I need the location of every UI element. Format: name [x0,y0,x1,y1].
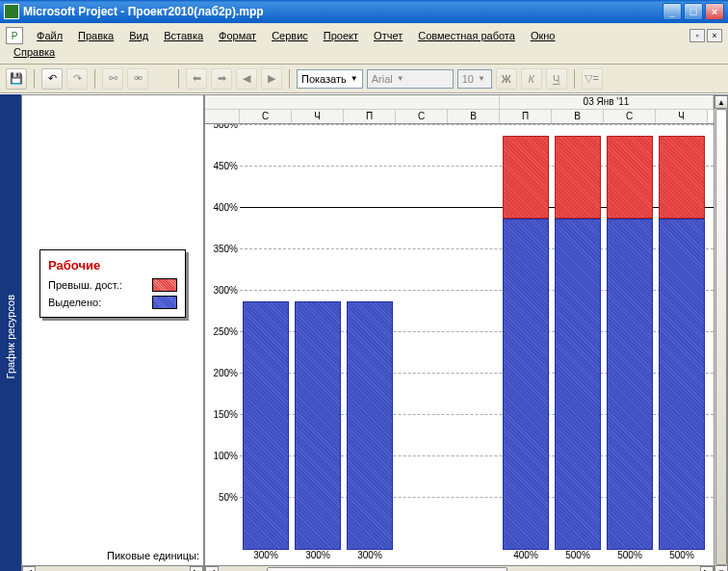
chevron-down-icon: ▼ [397,74,404,83]
app-icon [4,4,19,19]
bar-allocated [555,219,601,550]
peak-value: 300% [292,550,344,560]
disk-icon: 💾 [10,72,23,85]
indent-icon: ▶ [268,72,275,85]
bar-allocated [503,219,549,550]
scroll-left-button[interactable]: ◀ [205,566,219,572]
y-tick: 500% [213,124,238,130]
menu-project[interactable]: Проект [316,28,366,43]
bar-allocated [243,301,289,550]
legend-swatch-blue [152,296,177,309]
maximize-button[interactable]: □ [684,3,703,20]
redo-button[interactable]: ↷ [66,68,88,90]
sidebar-label: График ресурсов [5,295,16,378]
bar-allocated [347,301,393,550]
scroll-up-button[interactable]: ▲ [715,95,728,109]
scroll-thumb-v[interactable] [715,109,727,565]
undo-button[interactable]: ↶ [41,68,63,90]
chart-hscroll[interactable]: ◀ ▶ [205,565,714,571]
menu-window[interactable]: Окно [523,28,563,43]
menu-edit[interactable]: Правка [70,28,121,43]
show-dropdown[interactable]: Показать ▼ [297,69,363,89]
menu-service[interactable]: Сервис [264,28,316,43]
unlink-icon: ⚮ [134,72,143,85]
scroll-down-button[interactable]: ▼ [715,565,728,571]
day-header: П [500,110,552,123]
show-label: Показать [301,73,347,85]
window-title: Microsoft Project - Проект2010(лаб2р).mp… [23,5,663,18]
scroll-thumb[interactable] [267,567,507,572]
bold-button[interactable]: Ж [496,68,517,90]
peak-value: 300% [240,550,292,560]
toolbar: 💾 ↶ ↷ ⚯ ⚮ ⬅ ➡ ◀ ▶ Показать ▼ Arial ▼ 10 … [0,65,728,93]
menu-format[interactable]: Формат [211,28,264,43]
bar-allocated [659,219,705,550]
italic-button[interactable]: К [521,68,542,90]
legend-panel: Рабочие Превыш. дост.: Выделено: Пиковые… [22,95,205,571]
y-tick: 350% [213,244,238,254]
y-tick: 450% [213,161,238,171]
peak-value: 400% [500,550,552,560]
legend-over-label: Превыш. дост.: [48,279,122,291]
day-header: Ч [292,110,344,123]
save-button[interactable]: 💾 [6,68,27,90]
legend-box: Рабочие Превыш. дост.: Выделено: [39,249,186,318]
menu-insert[interactable]: Вставка [156,28,211,43]
y-tick: 300% [213,285,238,296]
link-button: ⚯ [102,68,123,90]
scroll-right-button[interactable]: ▶ [190,566,203,572]
doc-restore-button[interactable]: ▫ [689,29,705,42]
y-tick: 150% [213,409,238,420]
doc-close-button[interactable]: × [707,29,722,42]
link-icon: ⚯ [109,72,117,85]
menu-report[interactable]: Отчет [366,28,410,43]
menubar: P Файл Правка Вид Вставка Формат Сервис … [0,23,728,65]
bar-overallocated [503,136,549,219]
day-header: В [552,110,604,123]
peak-value: 300% [344,550,396,560]
day-header: С [396,110,448,123]
indent-button: ▶ [261,68,282,90]
outdent-button: ◀ [236,68,257,90]
chart-panel: 03 Янв '11 СЧПСВПВСЧ 50%100%150%200%250%… [205,95,714,571]
project-icon[interactable]: P [6,27,23,44]
date-header: 03 Янв '11 [500,95,714,109]
undo-icon: ↶ [48,72,57,85]
bar-allocated [295,301,341,550]
chevron-down-icon: ▼ [478,74,485,83]
bar-overallocated [659,136,705,219]
menu-view[interactable]: Вид [121,28,156,43]
day-header: С [240,110,292,123]
legend-title: Рабочие [48,258,177,273]
unlink-button: ⚮ [127,68,148,90]
peak-label: Пиковые единицы: [107,550,199,561]
y-tick: 50% [219,492,238,503]
font-size-dropdown[interactable]: 10 ▼ [457,69,492,89]
legend-alloc-label: Выделено: [48,297,101,308]
titlebar[interactable]: Microsoft Project - Проект2010(лаб2р).mp… [0,0,728,23]
day-header: П [344,110,396,123]
outdent-icon: ◀ [243,72,250,85]
minimize-button[interactable]: _ [663,3,682,20]
filter-button[interactable]: ▽= [582,68,603,90]
day-header: С [604,110,656,123]
arrow-left-icon: ⬅ [193,72,201,85]
sidebar[interactable]: График ресурсов [0,94,21,571]
y-tick: 200% [213,368,238,378]
font-name-dropdown[interactable]: Arial ▼ [367,69,454,89]
scroll-right-button[interactable]: ▶ [700,566,714,572]
menu-file[interactable]: Файл [29,28,70,43]
y-tick: 100% [213,451,238,461]
bar-overallocated [607,136,653,219]
bar-allocated [607,219,653,550]
close-button[interactable]: × [705,3,724,20]
scroll-left-button[interactable]: ◀ [22,566,36,572]
bar-overallocated [555,136,601,219]
day-header: Ч [656,110,708,123]
menu-help[interactable]: Справка [6,44,63,60]
vscroll[interactable]: ▲ ▼ [714,95,727,571]
underline-button[interactable]: Ч [546,68,567,90]
legend-hscroll[interactable]: ◀ ▶ [22,565,203,571]
arrow-right-icon: ➡ [218,72,226,85]
menu-collab[interactable]: Совместная работа [410,28,523,43]
